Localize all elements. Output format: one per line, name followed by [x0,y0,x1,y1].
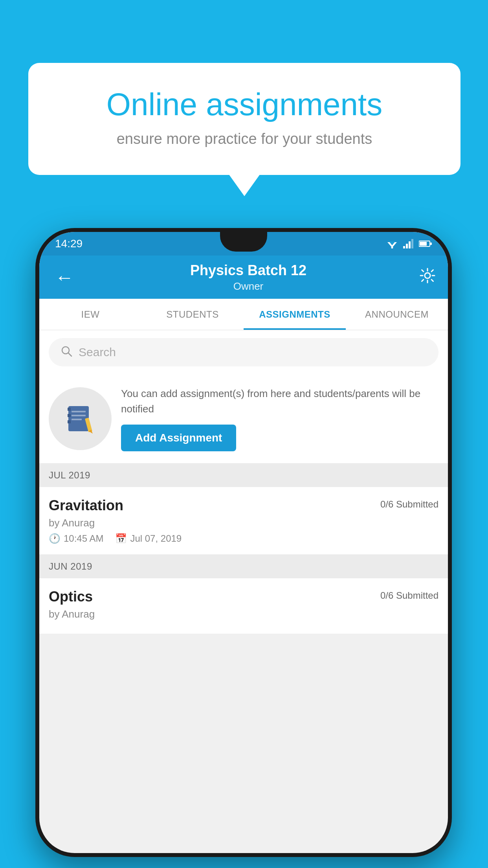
tab-assignments[interactable]: ASSIGNMENTS [244,299,346,330]
wifi-icon [386,239,398,248]
svg-rect-4 [406,244,408,248]
promo-icon-circle [49,387,112,450]
svg-rect-5 [409,241,411,248]
status-icons [386,239,432,248]
assignment-meta-gravitation: 🕐 10:45 AM 📅 Jul 07, 2019 [49,533,438,544]
back-button[interactable]: ← [51,263,78,292]
svg-rect-18 [72,415,86,416]
assignment-item-optics[interactable]: Optics 0/6 Submitted by Anurag [39,578,448,634]
phone-screen: 14:29 [39,232,448,853]
app-bar-title: Physics Batch 12 [78,262,419,279]
svg-point-10 [425,273,430,278]
notch [220,232,267,252]
svg-rect-3 [403,246,405,248]
clock-icon: 🕐 [49,533,61,544]
svg-rect-17 [72,411,86,412]
svg-rect-14 [68,408,71,411]
assignment-name-gravitation: Gravitation [49,497,123,514]
search-bar[interactable]: Search [49,338,438,366]
svg-rect-8 [430,243,432,245]
section-jul-2019: JUL 2019 [39,463,448,487]
tab-iew[interactable]: IEW [39,299,141,330]
assignment-submitted-gravitation: 0/6 Submitted [380,499,438,510]
assignment-item-top: Gravitation 0/6 Submitted [49,497,438,514]
tab-bar: IEW STUDENTS ASSIGNMENTS ANNOUNCEM [39,299,448,330]
notebook-icon [64,403,96,434]
search-magnify-icon [61,345,72,357]
app-bar-subtitle: Owner [78,280,419,292]
calendar-icon: 📅 [115,533,127,544]
tab-students[interactable]: STUDENTS [141,299,244,330]
bubble-subtitle: ensure more practice for your students [60,131,429,147]
assignment-by-optics: by Anurag [49,608,438,620]
gear-icon [419,267,436,284]
signal-icon [403,239,414,248]
speech-bubble: Online assignments ensure more practice … [28,63,460,175]
promo-description: You can add assignment(s) from here and … [121,386,438,417]
phone-frame: 14:29 [35,228,452,857]
section-jun-2019: JUN 2019 [39,555,448,578]
svg-line-12 [68,353,72,356]
search-container: Search [39,330,448,374]
app-bar: ← Physics Batch 12 Owner [39,256,448,299]
svg-point-2 [391,247,393,249]
search-placeholder: Search [79,346,116,359]
battery-icon [419,240,432,248]
status-bar: 14:29 [39,232,448,256]
assignment-by-gravitation: by Anurag [49,517,438,529]
assignment-name-optics: Optics [49,588,93,605]
assignment-time-gravitation: 🕐 10:45 AM [49,533,103,544]
bubble-title: Online assignments [60,86,429,123]
settings-button[interactable] [419,267,436,288]
promo-text-section: You can add assignment(s) from here and … [121,386,438,451]
add-assignment-button[interactable]: Add Assignment [121,425,236,451]
assignment-item-top-optics: Optics 0/6 Submitted [49,588,438,605]
status-time: 14:29 [55,237,83,250]
app-bar-title-section: Physics Batch 12 Owner [78,262,419,292]
promo-card: You can add assignment(s) from here and … [39,374,448,463]
svg-rect-9 [420,242,427,246]
assignment-item-gravitation[interactable]: Gravitation 0/6 Submitted by Anurag 🕐 10… [39,487,448,555]
svg-rect-15 [68,414,71,417]
assignment-date-gravitation: 📅 Jul 07, 2019 [115,533,182,544]
svg-rect-6 [411,239,413,248]
tab-announcements[interactable]: ANNOUNCEM [346,299,448,330]
search-icon [61,345,72,360]
assignment-submitted-optics: 0/6 Submitted [380,590,438,601]
svg-rect-19 [72,419,82,420]
svg-rect-16 [68,420,71,423]
